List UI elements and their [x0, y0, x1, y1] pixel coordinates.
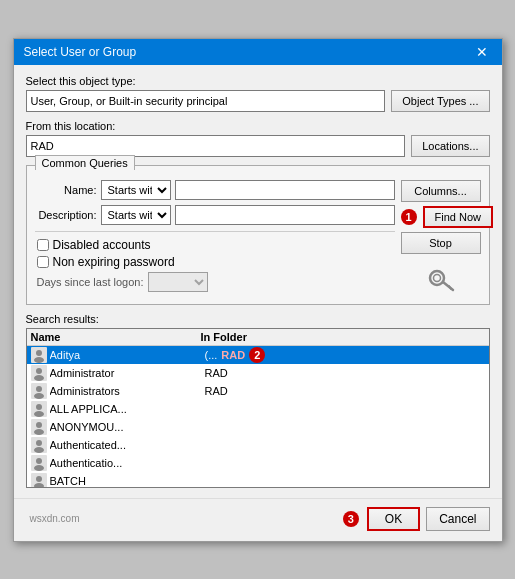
table-row[interactable]: ANONYMOU...	[27, 418, 489, 436]
cq-left: Name: Starts with Is Contains Descriptio…	[35, 180, 395, 296]
result-name: Administrator	[50, 367, 205, 379]
bottom-buttons: wsxdn.com 3 OK Cancel	[14, 498, 502, 541]
svg-point-0	[430, 271, 444, 285]
user-icon	[31, 437, 47, 453]
dialog-body: Select this object type: Object Types ..…	[14, 65, 502, 498]
common-queries-box: Common Queries Name: Starts with Is Cont…	[26, 165, 490, 305]
days-label: Days since last logon:	[37, 276, 144, 288]
result-folder-highlight: RAD	[221, 349, 245, 361]
table-row[interactable]: Administrators RAD	[27, 382, 489, 400]
key-icon	[425, 264, 457, 296]
svg-point-5	[36, 350, 42, 356]
locations-button[interactable]: Locations...	[411, 135, 489, 157]
user-icon	[31, 455, 47, 471]
disabled-accounts-label: Disabled accounts	[53, 238, 151, 252]
user-icon	[31, 383, 47, 399]
location-input[interactable]	[26, 135, 406, 157]
table-row[interactable]: Authenticated...	[27, 436, 489, 454]
result-name: Administrators	[50, 385, 205, 397]
select-user-dialog: Select User or Group ✕ Select this objec…	[13, 38, 503, 542]
svg-point-23	[36, 458, 42, 464]
cq-right: Columns... 1 Find Now Stop	[401, 180, 481, 296]
result-name: Authenticated...	[50, 439, 205, 451]
table-row[interactable]: Authenticatio...	[27, 454, 489, 472]
location-label: From this location:	[26, 120, 490, 132]
svg-point-18	[34, 429, 44, 435]
ok-button[interactable]: OK	[367, 507, 420, 531]
result-name: ANONYMOU...	[50, 421, 205, 433]
svg-point-12	[34, 393, 44, 399]
user-icon	[31, 401, 47, 417]
close-button[interactable]: ✕	[472, 45, 492, 59]
object-types-button[interactable]: Object Types ...	[391, 90, 489, 112]
table-row[interactable]: ALL APPLICA...	[27, 400, 489, 418]
results-container[interactable]: Name In Folder Aditya (... RAD 2	[26, 328, 490, 488]
row-badge: 2	[249, 347, 265, 363]
location-row: Locations...	[26, 135, 490, 157]
user-icon	[31, 473, 47, 488]
desc-filter-select[interactable]: Starts with Is Contains	[101, 205, 171, 225]
find-now-badge: 1	[401, 209, 417, 225]
results-header: Name In Folder	[27, 329, 489, 346]
svg-point-15	[34, 411, 44, 417]
non-expiring-label: Non expiring password	[53, 255, 175, 269]
object-type-input[interactable]	[26, 90, 386, 112]
result-name: Aditya	[50, 349, 205, 361]
desc-label: Description:	[35, 209, 97, 221]
ok-badge: 3	[343, 511, 359, 527]
user-icon	[31, 365, 47, 381]
table-row[interactable]: BATCH	[27, 472, 489, 488]
col-folder-header: In Folder	[201, 331, 485, 343]
name-filter-select[interactable]: Starts with Is Contains	[101, 180, 171, 200]
svg-point-21	[34, 447, 44, 453]
svg-point-17	[36, 422, 42, 428]
non-expiring-checkbox[interactable]	[37, 256, 49, 268]
svg-point-11	[36, 386, 42, 392]
common-queries-tab[interactable]: Common Queries	[35, 155, 135, 170]
name-label: Name:	[35, 184, 97, 196]
result-folder: RAD	[205, 385, 228, 397]
title-bar: Select User or Group ✕	[14, 39, 502, 65]
disabled-accounts-checkbox[interactable]	[37, 239, 49, 251]
desc-field-row: Description: Starts with Is Contains	[35, 205, 395, 225]
svg-point-20	[36, 440, 42, 446]
desc-text-input[interactable]	[175, 205, 395, 225]
svg-point-14	[36, 404, 42, 410]
non-expiring-row: Non expiring password	[35, 255, 395, 269]
result-name: Authenticatio...	[50, 457, 205, 469]
name-field-row: Name: Starts with Is Contains	[35, 180, 395, 200]
name-text-input[interactable]	[175, 180, 395, 200]
dialog-title: Select User or Group	[24, 45, 137, 59]
stop-button[interactable]: Stop	[401, 232, 481, 254]
result-name: BATCH	[50, 475, 205, 487]
days-select[interactable]	[148, 272, 208, 292]
days-row: Days since last logon:	[35, 272, 395, 292]
object-type-row: Object Types ...	[26, 90, 490, 112]
col-name-header: Name	[31, 331, 201, 343]
user-icon	[31, 347, 47, 363]
key-icon-area	[401, 264, 481, 296]
svg-point-24	[34, 465, 44, 471]
result-name: ALL APPLICA...	[50, 403, 205, 415]
svg-point-6	[34, 357, 44, 363]
columns-button[interactable]: Columns...	[401, 180, 481, 202]
object-type-label: Select this object type:	[26, 75, 490, 87]
disabled-accounts-row: Disabled accounts	[35, 238, 395, 252]
svg-point-1	[433, 274, 440, 281]
table-row[interactable]: Aditya (... RAD 2	[27, 346, 489, 364]
user-icon	[31, 419, 47, 435]
result-folder: RAD	[205, 367, 228, 379]
svg-point-8	[36, 368, 42, 374]
table-row[interactable]: Administrator RAD	[27, 364, 489, 382]
search-results-label: Search results:	[26, 313, 490, 325]
svg-point-26	[36, 476, 42, 482]
cancel-button[interactable]: Cancel	[426, 507, 489, 531]
find-now-button[interactable]: Find Now	[423, 206, 493, 228]
result-folder-prefix: (...	[205, 349, 218, 361]
watermark: wsxdn.com	[26, 513, 337, 524]
cq-inner: Name: Starts with Is Contains Descriptio…	[35, 180, 481, 296]
svg-point-9	[34, 375, 44, 381]
